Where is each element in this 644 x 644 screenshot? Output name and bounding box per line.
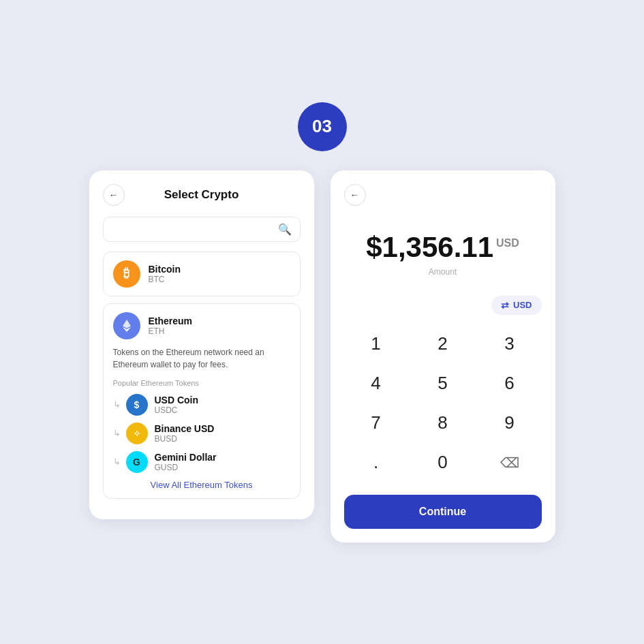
gusd-name: Gemini Dollar	[155, 452, 217, 463]
key-backspace[interactable]: ⌫	[478, 444, 542, 481]
left-panel-header: ← Select Crypto	[103, 184, 301, 206]
amount-value: $1,356.11	[366, 233, 493, 262]
right-back-icon: ←	[350, 189, 360, 200]
gusd-icon: G	[126, 451, 148, 473]
key-2[interactable]: 2	[411, 326, 475, 363]
amount-currency-suffix: USD	[496, 237, 519, 249]
busd-icon	[126, 423, 148, 444]
numpad: 1 2 3 4 5 6 7 8 9 . 0 ⌫	[344, 326, 542, 481]
key-6[interactable]: 6	[478, 365, 542, 402]
ethereum-icon	[113, 312, 140, 339]
left-back-icon: ←	[109, 189, 119, 200]
search-icon: 🔍	[278, 223, 292, 236]
gusd-arrow: ↳	[113, 457, 121, 467]
step-badge: 03	[298, 102, 347, 151]
key-5[interactable]: 5	[411, 365, 475, 402]
right-panel-header: ←	[344, 184, 542, 206]
amount-display: $1,356.11 USD	[344, 233, 542, 262]
currency-label: USD	[513, 300, 532, 310]
key-3[interactable]: 3	[478, 326, 542, 363]
busd-item[interactable]: ↳ Binance USD BUSD	[113, 423, 290, 444]
usdc-ticker: USDC	[155, 405, 199, 415]
busd-ticker: BUSD	[155, 434, 215, 444]
key-dot[interactable]: .	[344, 444, 408, 481]
ethereum-name: Ethereum	[149, 316, 193, 326]
usdc-arrow: ↳	[113, 399, 121, 410]
popular-tokens-label: Popular Ethereum Tokens	[113, 379, 290, 387]
bitcoin-icon: ₿	[113, 260, 140, 288]
continue-button[interactable]: Continue	[344, 495, 542, 529]
amount-panel: ← $1,356.11 USD Amount ⇄ USD 1 2 3 4 5 6…	[331, 170, 555, 542]
amount-label: Amount	[344, 267, 542, 277]
step-number: 03	[312, 116, 332, 137]
gusd-ticker: GUSD	[155, 463, 217, 472]
switch-icon: ⇄	[501, 300, 509, 311]
bitcoin-ticker: BTC	[149, 275, 181, 284]
usdc-info: USD Coin USDC	[155, 395, 199, 415]
ethereum-info: Ethereum ETH	[149, 316, 193, 336]
ethereum-header[interactable]: Ethereum ETH	[113, 312, 290, 339]
bitcoin-info: Bitcoin BTC	[149, 264, 181, 284]
right-back-button[interactable]: ←	[344, 184, 366, 206]
gusd-item[interactable]: ↳ G Gemini Dollar GUSD	[113, 451, 290, 473]
usdc-item[interactable]: ↳ $ USD Coin USDC	[113, 394, 290, 416]
usdc-icon: $	[126, 394, 148, 416]
ethereum-description: Tokens on the Ethereum network need an E…	[113, 346, 290, 371]
currency-switch: ⇄ USD	[344, 296, 542, 315]
select-crypto-title: Select Crypto	[125, 188, 279, 202]
ethereum-section: Ethereum ETH Tokens on the Ethereum netw…	[103, 303, 301, 499]
busd-info: Binance USD BUSD	[155, 423, 215, 444]
ethereum-ticker: ETH	[149, 326, 193, 336]
bitcoin-item[interactable]: ₿ Bitcoin BTC	[103, 251, 301, 296]
key-1[interactable]: 1	[344, 326, 408, 363]
usdc-name: USD Coin	[155, 395, 199, 405]
key-8[interactable]: 8	[411, 405, 475, 442]
panels-container: ← Select Crypto 🔍 ₿ Bitcoin BTC	[89, 170, 555, 542]
search-bar[interactable]: 🔍	[103, 217, 301, 242]
view-all-link[interactable]: View All Ethereum Tokens	[113, 480, 290, 490]
search-input[interactable]	[112, 224, 278, 234]
left-back-button[interactable]: ←	[103, 184, 125, 206]
key-0[interactable]: 0	[411, 444, 475, 481]
key-7[interactable]: 7	[344, 405, 408, 442]
amount-section: $1,356.11 USD Amount	[344, 217, 542, 296]
busd-arrow: ↳	[113, 428, 121, 438]
gusd-info: Gemini Dollar GUSD	[155, 452, 217, 472]
currency-switch-button[interactable]: ⇄ USD	[491, 296, 541, 315]
svg-point-0	[132, 429, 142, 438]
key-9[interactable]: 9	[478, 405, 542, 442]
busd-name: Binance USD	[155, 423, 215, 434]
select-crypto-panel: ← Select Crypto 🔍 ₿ Bitcoin BTC	[89, 170, 314, 519]
bitcoin-name: Bitcoin	[149, 264, 181, 275]
key-4[interactable]: 4	[344, 365, 408, 402]
